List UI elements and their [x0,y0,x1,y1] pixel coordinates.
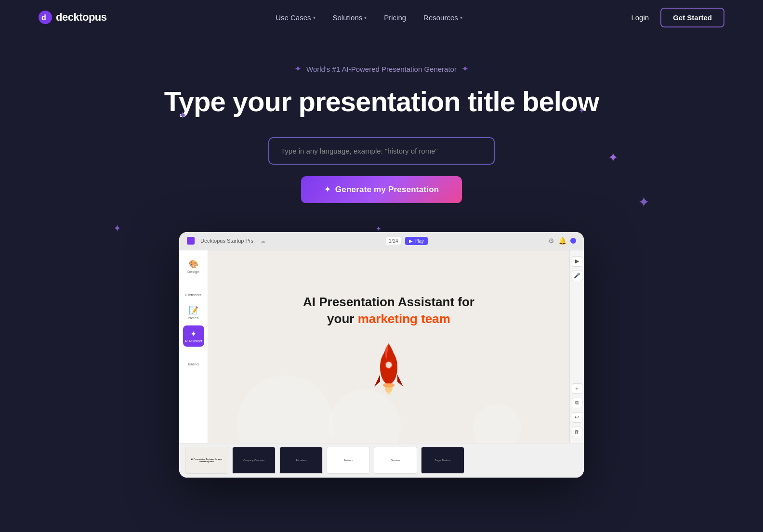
app-favicon [187,237,195,245]
thumbnail-3[interactable]: Founders [279,447,323,474]
hero-badge-text: World's #1 AI-Powered Presentation Gener… [306,65,457,73]
chevron-down-icon: ▾ [460,15,462,20]
bg-circle [473,404,521,443]
sidebar-item-notes[interactable]: 📝 Notes [183,302,204,324]
mic-control[interactable]: 🎤 [572,271,582,281]
svg-point-6 [386,388,391,395]
hero-title: Type your presentation title below [164,86,599,118]
titlebar-left: Decktopus Startup Prs. ☁ [187,237,265,245]
thumbnail-strip: AI Presentation Assistant for your marke… [179,443,584,478]
sparkle-icon: ✦ [608,150,618,165]
app-sidebar: 🎨 Design ⊞ Elements 📝 Notes ✦ AI Assista… [179,250,208,443]
nav-use-cases[interactable]: Use Cases ▾ [276,13,315,22]
app-preview: Decktopus Startup Prs. ☁ 1/24 ▶ Play ⚙ 🔔 [179,232,584,478]
nav-actions: Login Get Started [631,8,724,27]
elements-icon: ⊞ [189,282,198,292]
nav-links: Use Cases ▾ Solutions ▾ Pricing Resource… [276,13,462,22]
app-titlebar: Decktopus Startup Prs. ☁ 1/24 ▶ Play ⚙ 🔔 [179,232,584,250]
zoom-in-control[interactable]: + [572,383,582,394]
play-label: Play [415,238,424,244]
sparkle-icon: ✦ [638,194,650,210]
sidebar-item-ai-assistant[interactable]: ✦ AI Assistant [183,325,204,347]
logo-text: decktopus [56,11,107,24]
thumbnail-2[interactable]: Company Overview [232,447,276,474]
titlebar-center: 1/24 ▶ Play [386,237,428,245]
svg-point-3 [385,362,392,368]
slide-controls: ▶ 🎤 + ⧉ ↩ 🗑 [569,250,584,443]
nav-pricing[interactable]: Pricing [384,13,406,22]
settings-icon[interactable]: ⚙ [548,237,554,245]
slide-content: AI Presentation Assistant for your marke… [303,295,474,399]
delete-control[interactable]: 🗑 [572,427,582,437]
play-control[interactable]: ▶ [572,256,582,267]
svg-text:d: d [41,13,46,22]
thumbnail-5[interactable]: Services [374,447,417,474]
sparkle-icon: ✦ [113,222,121,234]
chevron-down-icon: ▾ [313,15,316,20]
copy-control[interactable]: ⧉ [572,398,582,408]
logo-icon: d [39,11,52,24]
thumbnail-4[interactable]: Problem [327,447,370,474]
slide-rocket [303,336,474,399]
navbar: d decktopus Use Cases ▾ Solutions ▾ Pric… [0,0,763,35]
titlebar-right: ⚙ 🔔 [548,237,576,245]
rocket-icon [369,336,408,399]
generate-button[interactable]: ✦ Generate my Presentation [301,176,462,203]
play-icon: ▶ [409,238,413,244]
get-started-button[interactable]: Get Started [660,8,724,27]
slide-title-line2: your marketing team [303,311,474,326]
nav-resources[interactable]: Resources ▾ [423,13,462,22]
sidebar-item-elements[interactable]: ⊞ Elements [183,279,204,300]
sidebar-item-design[interactable]: 🎨 Design [183,256,204,277]
slide-accent-text: marketing team [358,311,450,326]
sidebar-item-brand[interactable]: ✓ Brand [183,349,204,370]
presentation-title-input[interactable] [268,137,495,165]
search-container [268,137,495,165]
notes-icon: 📝 [189,305,198,315]
play-button[interactable]: ▶ Play [405,237,428,245]
app-body: 🎨 Design ⊞ Elements 📝 Notes ✦ AI Assista… [179,250,584,443]
thumbnail-6[interactable]: Target Markets [421,447,464,474]
logo[interactable]: d decktopus [39,11,107,24]
titlebar-title: Decktopus Startup Prs. [200,238,255,244]
ai-assistant-icon: ✦ [189,329,198,338]
thumbnail-1[interactable]: AI Presentation Assistant for your marke… [185,447,228,474]
sparkle-icon: ✦ [461,64,469,74]
hero-badge: ✦ World's #1 AI-Powered Presentation Gen… [294,64,469,74]
sparkle-icon: ✦ [376,225,382,233]
main-slide: AI Presentation Assistant for your marke… [208,250,569,443]
slide-area: AI Presentation Assistant for your marke… [208,250,569,443]
login-button[interactable]: Login [631,13,649,22]
window-control[interactable] [570,238,576,244]
brand-icon: ✓ [189,351,198,361]
chevron-down-icon: ▾ [364,15,367,20]
slide-title-line1: AI Presentation Assistant for [303,295,474,310]
nav-solutions[interactable]: Solutions ▾ [333,13,367,22]
bell-icon[interactable]: 🔔 [558,237,566,245]
hero-section: ✦ ✦ ✦ ✦ ✦ ✦ ✦ World's #1 AI-Powered Pres… [0,35,763,497]
sparkle-icon: ✦ [324,185,330,194]
slide-counter: 1/24 [386,237,401,245]
cloud-icon: ☁ [261,238,265,244]
design-icon: 🎨 [189,259,198,269]
sparkle-icon: ✦ [294,64,302,74]
undo-control[interactable]: ↩ [572,412,582,423]
